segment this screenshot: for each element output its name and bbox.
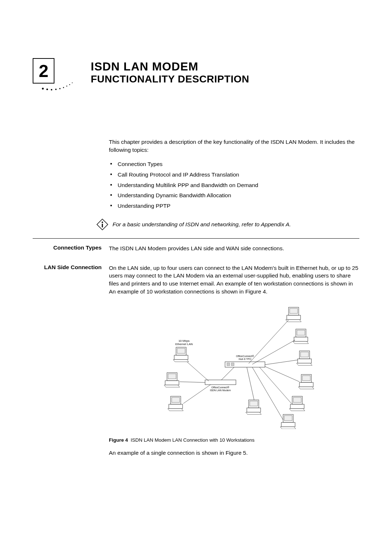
info-icon (96, 218, 109, 231)
svg-point-1 (46, 89, 48, 90)
svg-marker-36 (297, 363, 312, 365)
intro-text: This chapter provides a description of t… (109, 138, 359, 154)
list-item: Call Routing Protocol and IP Address Tra… (109, 171, 359, 179)
network-diagram: OfficeConnect® Hub 8 TPO OfficeConnect® … (140, 305, 328, 429)
svg-rect-64 (172, 397, 180, 402)
svg-line-32 (252, 340, 295, 364)
intro-block: This chapter provides a description of t… (33, 138, 359, 215)
svg-line-18 (221, 367, 234, 380)
list-item: Understanding PPTP (109, 202, 359, 210)
svg-rect-39 (302, 376, 310, 381)
chapter-title-line2: FUNCTIONALITY DESCRIPTION (91, 73, 359, 85)
svg-marker-31 (293, 341, 309, 344)
svg-text:OfficeConnect®: OfficeConnect® (211, 386, 229, 389)
section-heading: Connection Types (33, 244, 109, 252)
closing-text: An example of a single connection is sho… (109, 449, 359, 457)
figure-caption-text: ISDN LAN Modem LAN Connection with 10 Wo… (131, 437, 254, 443)
svg-rect-59 (168, 374, 176, 379)
svg-point-2 (51, 89, 52, 90)
svg-rect-11 (102, 224, 103, 227)
svg-text:10 Mbps: 10 Mbps (179, 339, 190, 343)
svg-rect-14 (231, 363, 234, 366)
svg-marker-56 (173, 360, 189, 362)
section-text: On the LAN side, up to four users can co… (109, 264, 359, 296)
svg-rect-25 (287, 315, 301, 320)
note-row: For a basic understanding of ISDN and ne… (33, 218, 359, 231)
svg-rect-70 (247, 408, 261, 412)
svg-line-37 (265, 360, 298, 365)
svg-point-3 (55, 89, 57, 90)
svg-point-6 (66, 86, 68, 87)
svg-rect-69 (250, 401, 258, 406)
svg-marker-46 (289, 409, 305, 411)
svg-text:Ethernet LAN: Ethernet LAN (175, 343, 193, 346)
connection-types-section: Connection Types The ISDN LAN Modem prov… (33, 244, 359, 252)
svg-point-4 (59, 88, 60, 89)
svg-marker-41 (298, 387, 314, 389)
svg-rect-44 (293, 397, 301, 402)
chapter-header: 2 ISDN LAN MODEM FUNCTIONALITY DESCRIPTI… (33, 58, 359, 94)
svg-rect-24 (290, 308, 298, 313)
svg-line-27 (249, 320, 289, 364)
svg-rect-17 (205, 380, 236, 385)
svg-rect-54 (177, 348, 185, 353)
svg-line-47 (260, 367, 291, 404)
list-item: Understanding Dynamic Bandwidth Allocati… (109, 191, 359, 199)
svg-text:ISDN LAN Modem: ISDN LAN Modem (210, 389, 231, 392)
svg-rect-13 (227, 363, 230, 366)
svg-line-57 (187, 362, 209, 381)
section-heading: LAN Side Connection (33, 264, 109, 457)
chapter-number: 2 (33, 58, 54, 84)
svg-line-62 (180, 382, 205, 382)
svg-point-5 (63, 87, 64, 88)
svg-point-7 (69, 84, 70, 85)
divider (33, 238, 359, 239)
svg-rect-49 (284, 416, 292, 421)
svg-rect-34 (301, 352, 309, 357)
svg-point-8 (72, 82, 73, 83)
chapter-badge: 2 (33, 58, 80, 94)
svg-text:Hub 8 TPO: Hub 8 TPO (239, 358, 252, 360)
note-text: For a basic understanding of ISDN and ne… (113, 221, 291, 228)
svg-rect-50 (281, 422, 295, 427)
svg-rect-55 (174, 355, 188, 360)
svg-marker-61 (164, 385, 180, 387)
svg-point-0 (42, 88, 44, 90)
svg-point-10 (102, 222, 103, 223)
svg-line-72 (247, 367, 254, 400)
svg-text:OfficeConnect®: OfficeConnect® (236, 355, 254, 357)
svg-line-67 (183, 385, 211, 404)
svg-marker-71 (246, 412, 261, 414)
figure-container: OfficeConnect® Hub 8 TPO OfficeConnect® … (109, 305, 359, 457)
svg-rect-40 (299, 382, 313, 387)
svg-marker-66 (168, 409, 183, 411)
lan-side-section: LAN Side Connection On the LAN side, up … (33, 264, 359, 457)
svg-rect-30 (294, 337, 308, 341)
svg-rect-45 (290, 404, 304, 409)
list-item: Connection Types (109, 160, 359, 168)
svg-rect-65 (169, 404, 183, 409)
chapter-titles: ISDN LAN MODEM FUNCTIONALITY DESCRIPTION (91, 58, 359, 85)
svg-rect-12 (225, 362, 265, 367)
figure-caption: Figure 4 ISDN LAN Modem LAN Connection w… (109, 437, 359, 444)
svg-rect-29 (297, 330, 305, 335)
topic-list: Connection Types Call Routing Protocol a… (109, 160, 359, 210)
list-item: Understanding Multilink PPP and Bandwidt… (109, 181, 359, 189)
chapter-title-line1: ISDN LAN MODEM (91, 60, 359, 73)
svg-rect-35 (298, 359, 311, 363)
svg-marker-51 (280, 427, 296, 429)
svg-rect-60 (165, 381, 179, 385)
section-text: The ISDN LAN Modem provides LAN side and… (109, 244, 359, 252)
figure-label: Figure 4 (109, 437, 128, 443)
